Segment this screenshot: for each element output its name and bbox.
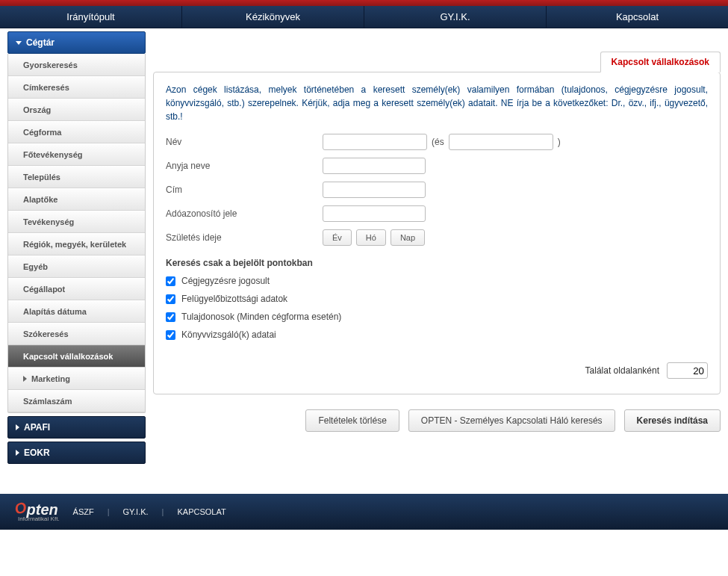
button-ho[interactable]: Hó bbox=[356, 229, 386, 246]
footer-link-kapcsolat[interactable]: KAPCSOLAT bbox=[177, 507, 225, 516]
input-anyja[interactable] bbox=[323, 158, 426, 174]
sidebar: Cégtár Gyorskeresés Címkeresés Ország Cé… bbox=[7, 31, 146, 464]
search-panel: Azon cégek listázása, melyek történetébe… bbox=[153, 72, 721, 394]
sidebar-header-label: APAFI bbox=[24, 422, 50, 433]
main-content: Kapcsolt vállalkozások Azon cégek listáz… bbox=[153, 31, 721, 464]
sidebar-header-eokr[interactable]: EOKR bbox=[7, 442, 146, 464]
sidebar-item-regiok[interactable]: Régiók, megyék, kerületek bbox=[8, 233, 145, 256]
intro-text: Azon cégek listázása, melyek történetébe… bbox=[166, 83, 708, 123]
checkbox-konyvvizsgalo[interactable] bbox=[166, 330, 175, 340]
sidebar-item-tevekenyseg[interactable]: Tevékenység bbox=[8, 211, 145, 233]
sidebar-item-cegforma[interactable]: Cégforma bbox=[8, 121, 145, 143]
sidebar-item-orszag[interactable]: Ország bbox=[8, 99, 145, 121]
label-results-per-page: Találat oldalanként bbox=[585, 365, 659, 376]
separator: | bbox=[108, 507, 110, 516]
footer: Opten Informatikai Kft. ÁSZF | GY.I.K. |… bbox=[0, 494, 728, 530]
top-accent-bar bbox=[0, 0, 728, 6]
section-title-checks: Keresés csak a bejelölt pontokban bbox=[166, 258, 708, 268]
button-nap[interactable]: Nap bbox=[391, 229, 425, 246]
checkbox-cegjegyzes[interactable] bbox=[166, 276, 175, 286]
label-close-paren: ) bbox=[558, 137, 561, 147]
sidebar-item-alaptoke[interactable]: Alaptőke bbox=[8, 188, 145, 211]
nav-faq[interactable]: GY.I.K. bbox=[364, 6, 547, 28]
checkbox-label: Tulajdonosok (Minden cégforma esetén) bbox=[181, 312, 341, 322]
checkbox-tulajdonosok[interactable] bbox=[166, 312, 175, 322]
footer-link-aszf[interactable]: ÁSZF bbox=[73, 507, 94, 516]
chevron-right-icon bbox=[16, 450, 19, 456]
sidebar-item-alapitas[interactable]: Alapítás dátuma bbox=[8, 300, 145, 323]
input-nev-1[interactable] bbox=[323, 134, 427, 150]
label-ado: Adóazonosító jele bbox=[166, 208, 323, 219]
separator: | bbox=[162, 507, 164, 516]
chevron-right-icon bbox=[23, 376, 27, 382]
checkbox-felugyelo[interactable] bbox=[166, 294, 175, 304]
nav-dashboard[interactable]: Irányítópult bbox=[0, 6, 182, 28]
sidebar-header-label: Cégtár bbox=[26, 37, 55, 48]
button-ev[interactable]: Év bbox=[323, 229, 352, 246]
logo-opten: Opten Informatikai Kft. bbox=[15, 501, 60, 522]
checkbox-label: Felügyelőbizottsági adatok bbox=[181, 294, 287, 304]
sidebar-item-cimkereses[interactable]: Címkeresés bbox=[8, 76, 145, 99]
checkbox-label: Cégjegyzésre jogosult bbox=[181, 276, 270, 286]
sidebar-item-szokereses[interactable]: Szókeresés bbox=[8, 323, 145, 345]
sidebar-item-label: Marketing bbox=[31, 374, 70, 383]
label-cim: Cím bbox=[166, 185, 323, 195]
sidebar-header-apafi[interactable]: APAFI bbox=[7, 416, 146, 439]
input-results-per-page[interactable] bbox=[667, 362, 708, 379]
label-anyja: Anyja neve bbox=[166, 161, 323, 171]
sidebar-header-label: EOKR bbox=[24, 448, 50, 458]
sidebar-header-cegtar[interactable]: Cégtár bbox=[7, 31, 146, 54]
sidebar-item-gyorskereses[interactable]: Gyorskeresés bbox=[8, 54, 145, 76]
main-navbar: Irányítópult Kézikönyvek GY.I.K. Kapcsol… bbox=[0, 6, 728, 28]
input-ado[interactable] bbox=[323, 205, 426, 222]
chevron-right-icon bbox=[16, 424, 19, 430]
chevron-down-icon bbox=[16, 41, 22, 45]
sidebar-menu: Gyorskeresés Címkeresés Ország Cégforma … bbox=[7, 54, 146, 413]
footer-link-gyik[interactable]: GY.I.K. bbox=[123, 507, 149, 516]
sidebar-item-marketing[interactable]: Marketing bbox=[8, 368, 145, 390]
sidebar-item-kapcsolt[interactable]: Kapcsolt vállalkozások bbox=[8, 345, 145, 368]
checkbox-label: Könyvvizsgáló(k) adatai bbox=[181, 329, 276, 340]
input-cim[interactable] bbox=[323, 182, 426, 198]
button-opten-network[interactable]: OPTEN - Személyes Kapcsolati Háló keresé… bbox=[408, 409, 615, 432]
tab-kapcsolt-vallalkozasok[interactable]: Kapcsolt vállalkozások bbox=[600, 52, 721, 72]
input-nev-2[interactable] bbox=[449, 134, 553, 150]
label-es: (és bbox=[432, 137, 444, 147]
nav-manuals[interactable]: Kézikönyvek bbox=[182, 6, 364, 28]
sidebar-item-cegallapot[interactable]: Cégállapot bbox=[8, 278, 145, 300]
sidebar-item-fotevekenyseg[interactable]: Főtevékenység bbox=[8, 143, 145, 166]
button-clear[interactable]: Feltételek törlése bbox=[305, 409, 399, 432]
button-search[interactable]: Keresés indítása bbox=[624, 409, 721, 432]
sidebar-item-telepules[interactable]: Település bbox=[8, 166, 145, 188]
sidebar-item-egyeb[interactable]: Egyéb bbox=[8, 256, 145, 278]
label-szuletes: Születés ideje bbox=[166, 232, 323, 243]
sidebar-item-szamlaszam[interactable]: Számlaszám bbox=[8, 390, 145, 412]
nav-contact[interactable]: Kapcsolat bbox=[547, 6, 728, 28]
label-nev: Név bbox=[166, 137, 323, 147]
